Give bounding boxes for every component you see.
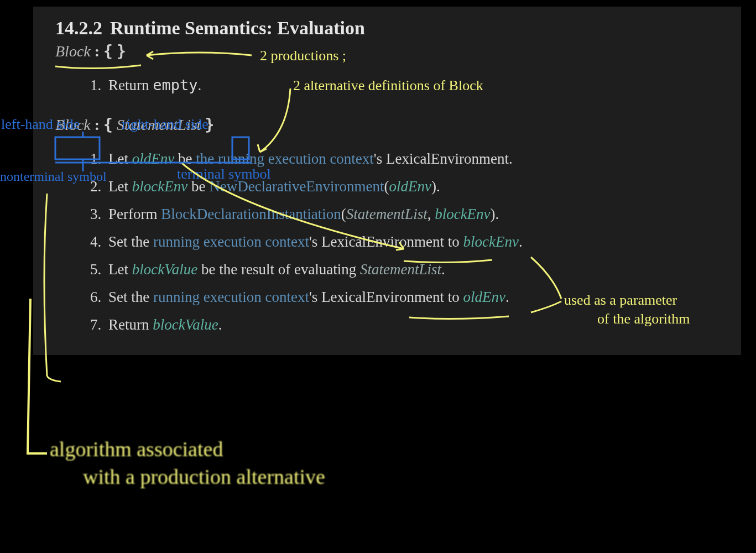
annotation-algorithm-associated-1: algorithm associated (50, 437, 223, 461)
prod2-open: { (103, 116, 113, 134)
prod1-open: { (103, 42, 113, 60)
section-heading: 14.2.2Runtime Semantics: Evaluation (55, 18, 719, 39)
annotation-terminal: terminal symbol (177, 166, 271, 182)
alg2-step4: Set the running execution context's Lexi… (105, 228, 719, 255)
annotation-nonterminal: nonterminal symbol (0, 169, 107, 184)
annotation-two-alternatives: 2 alternative definitions of Block (293, 77, 483, 94)
section-title: Runtime Semantics: Evaluation (110, 18, 365, 38)
section-number: 14.2.2 (55, 18, 102, 38)
prod1-lhs: Block (55, 43, 91, 60)
prod2-colon: : (95, 116, 100, 133)
algorithm-2: Let oldEnv be the running execution cont… (55, 145, 719, 338)
annotation-rhs: right-hand side (122, 116, 208, 133)
alg2-step5: Let blockValue be the result of evaluati… (105, 255, 719, 283)
production-1: Block : { } (55, 42, 719, 60)
annotation-algorithm-associated-2: with a production alternative (83, 465, 325, 489)
annotation-used-parameter-2: of the algorithm (597, 311, 690, 327)
alg2-step3: Perform BlockDeclarationInstantiation(St… (105, 200, 719, 228)
annotation-lhs: left-hand side (1, 116, 80, 133)
annotation-used-parameter-1: used as a parameter (564, 292, 677, 309)
annotation-two-productions: 2 productions ; (260, 48, 346, 64)
prod1-close: } (117, 42, 126, 60)
prod1-colon: : (95, 43, 100, 60)
